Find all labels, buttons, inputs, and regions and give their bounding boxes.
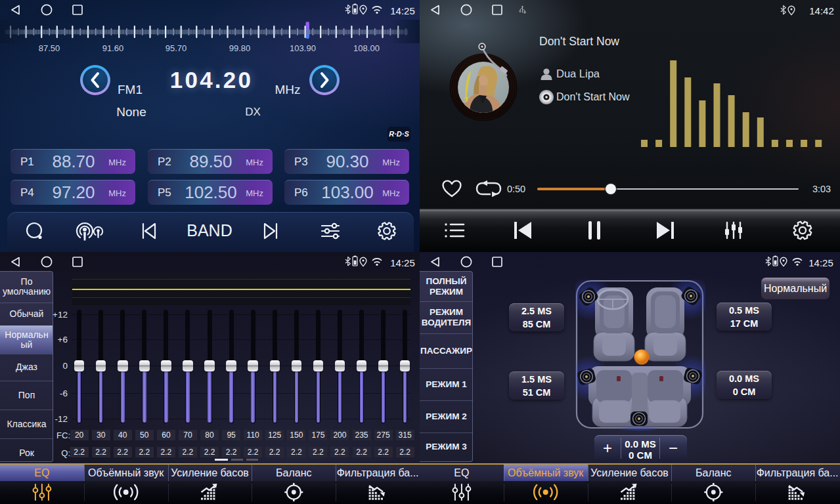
svg-text:BAND: BAND — [187, 221, 232, 240]
